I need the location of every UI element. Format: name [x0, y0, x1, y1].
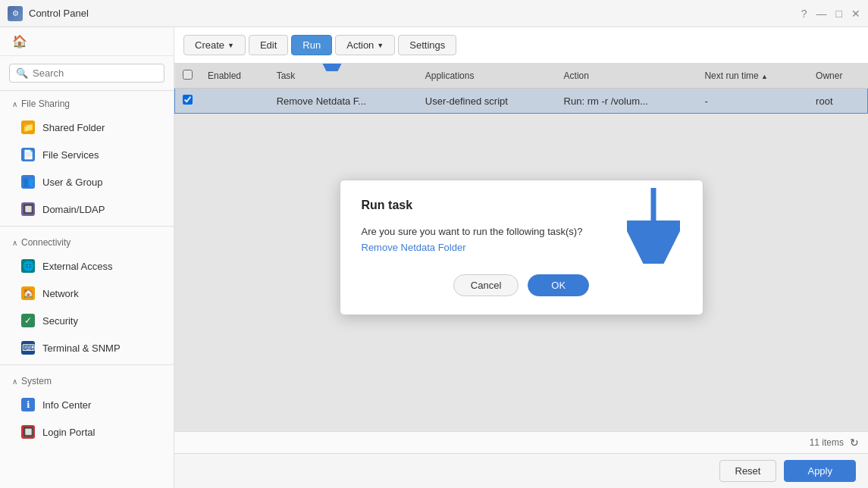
table-area: Enabled Task Applications Action Next ru: [174, 64, 868, 431]
sidebar-item-network[interactable]: 🏠 Network: [0, 280, 174, 307]
modal-cancel-button[interactable]: Cancel: [453, 274, 519, 296]
sidebar-item-label: Info Center: [42, 399, 91, 411]
create-dropdown-arrow: ▼: [227, 42, 234, 49]
title-bar-controls: ? — □ ✕: [801, 8, 860, 20]
bottom-bar: Reset Apply: [174, 453, 868, 488]
app-icon: ⚙: [8, 6, 23, 21]
sidebar-item-file-services[interactable]: 📄 File Services: [0, 141, 174, 168]
sidebar-item-label: Shared Folder: [42, 122, 105, 133]
run-button[interactable]: Run: [291, 35, 332, 55]
modal-body-line1: Are you sure you want to run the followi…: [362, 224, 682, 240]
sidebar-search-inner: 🔍: [9, 64, 165, 83]
sidebar-item-label: Security: [42, 315, 78, 327]
search-icon: 🔍: [16, 67, 28, 79]
maximize-button[interactable]: □: [836, 8, 842, 20]
help-button[interactable]: ?: [801, 8, 807, 20]
content-area: Create ▼ Edit Run Action ▼ Settings: [174, 27, 868, 488]
title-bar-left: ⚙ Control Panel: [8, 6, 89, 21]
modal-title: Run task: [362, 199, 682, 212]
run-task-modal: Run task Are you sure you want to run th…: [340, 180, 703, 315]
settings-button[interactable]: Settings: [398, 35, 456, 55]
sidebar-section-connectivity[interactable]: ∧ Connectivity: [0, 230, 174, 252]
toolbar: Create ▼ Edit Run Action ▼ Settings: [174, 27, 868, 64]
sidebar-item-label: Login Portal: [42, 427, 95, 438]
section-label: File Sharing: [21, 99, 70, 109]
modal-buttons: Cancel OK: [362, 274, 682, 296]
title-bar-title: Control Panel: [29, 8, 89, 19]
external-access-icon: 🌐: [21, 259, 35, 273]
sidebar-item-label: User & Group: [42, 177, 102, 188]
apply-button[interactable]: Apply: [784, 460, 856, 482]
sidebar-item-shared-folder[interactable]: 📁 Shared Folder: [0, 114, 174, 141]
terminal-icon: ⌨: [21, 341, 35, 355]
section-label: System: [21, 376, 52, 386]
sidebar-item-label: Domain/LDAP: [42, 204, 105, 215]
title-bar: ⚙ Control Panel ? — □ ✕: [0, 0, 868, 27]
modal-overlay: Run task Are you sure you want to run th…: [174, 64, 868, 431]
minimize-button[interactable]: —: [816, 8, 827, 20]
sidebar-item-label: External Access: [42, 261, 113, 272]
sidebar-item-label: Terminal & SNMP: [42, 343, 121, 354]
sidebar-section-system[interactable]: ∧ System: [0, 368, 174, 391]
action-button[interactable]: Action ▼: [335, 35, 395, 55]
reset-button[interactable]: Reset: [719, 460, 777, 482]
section-label: Connectivity: [21, 237, 71, 248]
item-count: 11 items: [810, 437, 844, 448]
edit-button[interactable]: Edit: [249, 35, 288, 55]
sidebar-item-info-center[interactable]: ℹ Info Center: [0, 391, 174, 418]
chevron-icon: ∧: [12, 100, 17, 108]
sidebar: 🏠 🔍 ∧ File Sharing 📁 Shared Folder 📄 Fil…: [0, 27, 174, 488]
close-button[interactable]: ✕: [851, 8, 860, 20]
user-group-icon: 👥: [21, 175, 35, 189]
sidebar-item-label: Network: [42, 288, 79, 299]
sidebar-section-file-sharing[interactable]: ∧ File Sharing: [0, 91, 174, 114]
sidebar-item-label: File Services: [42, 149, 99, 161]
info-center-icon: ℹ: [21, 398, 35, 411]
home-icon: 🏠: [12, 34, 27, 48]
sidebar-item-login-portal[interactable]: 🔲 Login Portal: [0, 418, 174, 446]
login-portal-icon: 🔲: [21, 425, 35, 439]
sidebar-item-external-access[interactable]: 🌐 External Access: [0, 252, 174, 280]
main-layout: 🏠 🔍 ∧ File Sharing 📁 Shared Folder 📄 Fil…: [0, 27, 868, 488]
chevron-icon: ∧: [12, 377, 17, 386]
security-icon: ✓: [21, 314, 35, 327]
sidebar-item-user-group[interactable]: 👥 User & Group: [0, 168, 174, 196]
modal-body: Are you sure you want to run the followi…: [362, 224, 682, 256]
shared-folder-icon: 📁: [21, 120, 35, 134]
modal-task-name: Remove Netdata Folder: [362, 240, 682, 256]
sidebar-item-security[interactable]: ✓ Security: [0, 307, 174, 334]
sidebar-item-domain-ldap[interactable]: 🔲 Domain/LDAP: [0, 196, 174, 223]
status-bar: 11 items ↻: [174, 431, 868, 453]
search-input[interactable]: [33, 67, 158, 79]
create-button[interactable]: Create ▼: [183, 35, 246, 55]
sidebar-item-terminal-snmp[interactable]: ⌨ Terminal & SNMP: [0, 334, 174, 361]
domain-icon: 🔲: [21, 202, 35, 216]
action-dropdown-arrow: ▼: [377, 42, 384, 49]
network-icon: 🏠: [21, 286, 35, 300]
sidebar-search-container: 🔍: [0, 56, 174, 91]
file-services-icon: 📄: [21, 148, 35, 161]
chevron-icon: ∧: [12, 239, 17, 247]
refresh-button[interactable]: ↻: [850, 436, 859, 449]
modal-ok-button[interactable]: OK: [528, 274, 589, 296]
sidebar-home-button[interactable]: 🏠: [0, 27, 174, 56]
